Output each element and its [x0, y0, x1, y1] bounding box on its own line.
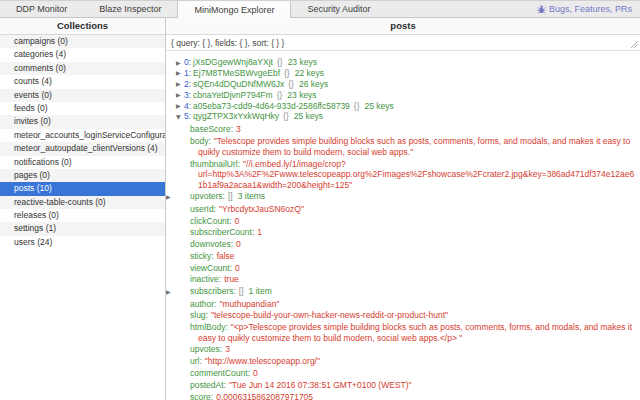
field-row-upvoters[interactable]: ▶upvoters:[]3 items [182, 191, 637, 202]
document-2: ▶2:sQEn4dDQuDNfMW6Jx{}26 keys [176, 79, 637, 90]
tab-ddp-monitor[interactable]: DDP Monitor [0, 1, 83, 17]
document-row[interactable]: ▶4:a05eba73-cdd9-4d64-933d-2586ffc58739{… [176, 101, 637, 112]
tab-label: Blaze Inspector [99, 4, 161, 14]
tab-label: Security Auditor [307, 4, 370, 14]
doc-index: 4: [184, 101, 191, 111]
array-brackets: [] [239, 286, 244, 296]
tab-label: DDP Monitor [16, 4, 67, 14]
document-0: ▶0:jXsDGgewWnj8aYXjt{}23 keys [176, 57, 637, 68]
sidebar-item-settings[interactable]: settings (1) [0, 222, 165, 235]
collection-label: comments (0) [14, 63, 66, 73]
sidebar-item-pages[interactable]: pages (0) [0, 169, 165, 182]
field-key: subscriberCount: [190, 227, 254, 237]
doc-braces: {} [277, 57, 283, 67]
collection-label: users (24) [14, 237, 52, 247]
doc-id: qygZTPX3xYxkWqHky [193, 111, 279, 121]
field-value: 0 [235, 216, 240, 226]
sidebar-item-events[interactable]: events (0) [0, 89, 165, 102]
collections-header: Collections [0, 18, 165, 35]
sidebar-item-campaigns[interactable]: campaigns (0) [0, 35, 165, 48]
sidebar-item-categories[interactable]: categories (4) [0, 48, 165, 61]
field-value: "http://www.telescopeapp.org/" [205, 356, 320, 366]
field-key: url: [190, 356, 202, 366]
main-panel: posts { query: { }, fields: { }, sort: {… [166, 18, 640, 400]
doc-id: Ej7M8TMeSBWvgeEbf [193, 68, 280, 78]
doc-braces: {} [284, 68, 290, 78]
sidebar-item-notifications[interactable]: notifications (0) [0, 156, 165, 169]
collection-label: categories (4) [14, 49, 66, 59]
collection-label: pages (0) [14, 170, 50, 180]
field-row-inactive: inactive:true [182, 274, 637, 285]
collection-label: campaigns (0) [14, 36, 68, 46]
expand-arrow-icon: ▶ [182, 287, 190, 298]
field-key: userId: [190, 204, 216, 214]
doc-keys-count: 25 keys [294, 111, 323, 121]
field-value: "<p>Telescope provides simple building b… [198, 322, 632, 343]
sidebar-item-releases[interactable]: releases (0) [0, 209, 165, 222]
field-row-viewCount: viewCount:0 [182, 263, 637, 274]
posts-header: posts [166, 18, 640, 35]
sidebar-item-posts[interactable]: posts (10) [0, 182, 165, 195]
field-key: commentCount: [190, 368, 250, 378]
doc-braces: {} [283, 111, 289, 121]
field-key: score: [190, 392, 213, 400]
field-row-commentCount: commentCount:0 [182, 368, 637, 379]
field-key: postedAt: [190, 380, 226, 390]
tab-blaze-inspector[interactable]: Blaze Inspector [83, 1, 177, 17]
field-row-htmlBody: htmlBody:"<p>Telescope provides simple b… [182, 322, 637, 343]
sidebar-item-meteor_autoupdate_clientVersions[interactable]: meteor_autoupdate_clientVersions (4) [0, 142, 165, 155]
query-bar[interactable]: { query: { }, fields: { }, sort: { } } [166, 35, 640, 51]
sidebar-item-feeds[interactable]: feeds (0) [0, 102, 165, 115]
sidebar-item-reactive-table-counts[interactable]: reactive-table-counts (0) [0, 196, 165, 209]
field-key: upvoters: [190, 191, 225, 201]
collection-label: notifications (0) [14, 157, 72, 167]
collection-label: releases (0) [14, 210, 59, 220]
query-text: { query: { }, fields: { }, sort: { } } [171, 38, 284, 48]
doc-index: 0: [184, 57, 191, 67]
document-row[interactable]: ▶3:cbnaYetDjvnP794Fm{}23 keys [176, 90, 637, 101]
field-row-baseScore: baseScore:3 [182, 124, 637, 135]
devtools-window: DDP Monitor Blaze Inspector MiniMongo Ex… [0, 0, 640, 400]
sidebar-item-counts[interactable]: counts (4) [0, 75, 165, 88]
sidebar-item-invites[interactable]: invites (0) [0, 115, 165, 128]
tab-security-auditor[interactable]: Security Auditor [291, 1, 386, 17]
bug-icon [537, 5, 546, 14]
field-row-author: author:"muthupandian" [182, 299, 637, 310]
expand-arrow-icon: ▶ [176, 68, 184, 79]
feedback-link-label: Bugs, Features, PRs [549, 4, 632, 14]
field-key: body: [190, 136, 211, 146]
tab-minimongo-explorer[interactable]: MiniMongo Explorer [177, 1, 291, 18]
field-row-upvotes: upvotes:3 [182, 344, 637, 355]
document-fields: baseScore:3 body:"Telescope provides sim… [182, 124, 637, 400]
field-value: false [217, 251, 235, 261]
collection-label: meteor_accounts_loginServiceConfiguratio… [14, 130, 165, 140]
field-row-downvotes: downvotes:0 [182, 239, 637, 250]
field-row-body: body:"Telescope provides simple building… [182, 136, 637, 157]
collection-label: settings (1) [14, 223, 56, 233]
document-row[interactable]: ▶1:Ej7M8TMeSBWvgeEbf{}22 keys [176, 68, 637, 79]
collection-label: counts (4) [14, 76, 52, 86]
feedback-link[interactable]: Bugs, Features, PRs [537, 1, 640, 17]
field-value: "YrbcdytxJauSN6ozQ" [219, 204, 304, 214]
document-5: ▼5:qygZTPX3xYxkWqHky{}25 keys baseScore:… [176, 111, 637, 400]
document-1: ▶1:Ej7M8TMeSBWvgeEbf{}22 keys [176, 68, 637, 79]
field-value: 0 [253, 368, 258, 378]
expand-arrow-icon: ▶ [176, 58, 184, 69]
sidebar-item-comments[interactable]: comments (0) [0, 62, 165, 75]
field-key: baseScore: [190, 124, 233, 134]
field-value: "//i.embed.ly/1/image/crop?url=http%3A%2… [198, 159, 634, 190]
collections-sidebar: Collections campaigns (0) categories (4)… [0, 18, 166, 400]
field-row-subscribers[interactable]: ▶subscribers:[]1 item [182, 286, 637, 297]
field-value: 3 [236, 124, 241, 134]
doc-index: 3: [184, 90, 191, 100]
doc-id: cbnaYetDjvnP794Fm [193, 90, 273, 100]
document-row[interactable]: ▶0:jXsDGgewWnj8aYXjt{}23 keys [176, 57, 637, 68]
resize-grip-icon[interactable] [631, 41, 638, 48]
sidebar-item-users[interactable]: users (24) [0, 236, 165, 249]
sidebar-item-meteor_accounts_loginServiceConfiguration[interactable]: meteor_accounts_loginServiceConfiguratio… [0, 129, 165, 142]
doc-braces: {} [354, 101, 360, 111]
document-row[interactable]: ▶2:sQEn4dDQuDNfMW6Jx{}26 keys [176, 79, 637, 90]
collection-label: reactive-table-counts (0) [14, 197, 106, 207]
doc-keys-count: 25 keys [365, 101, 394, 111]
document-row[interactable]: ▼5:qygZTPX3xYxkWqHky{}25 keys [176, 111, 637, 122]
